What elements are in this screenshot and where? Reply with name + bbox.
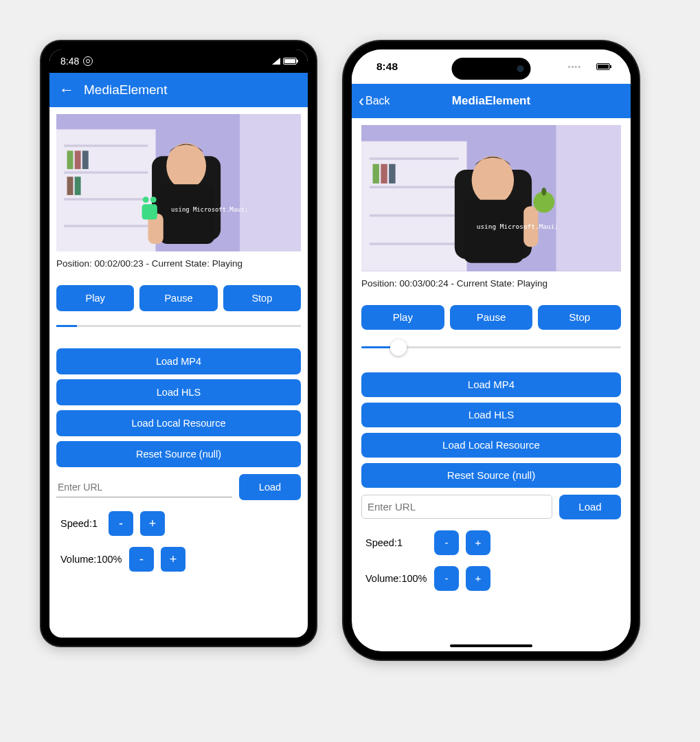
- page-title: MediaElement: [84, 82, 167, 98]
- signal-icon: [272, 58, 280, 65]
- video-player[interactable]: using Microsoft.Maui;: [361, 125, 621, 271]
- dynamic-island: [452, 58, 531, 80]
- stop-button[interactable]: Stop: [223, 285, 301, 311]
- stop-button[interactable]: Stop: [538, 305, 621, 330]
- svg-rect-22: [370, 157, 459, 160]
- speed-minus-button[interactable]: -: [109, 511, 133, 536]
- svg-rect-14: [159, 184, 214, 244]
- svg-rect-28: [389, 164, 395, 183]
- reset-source-button[interactable]: Reset Source (null): [361, 463, 621, 488]
- speed-control: Speed:1 - +: [361, 530, 621, 555]
- svg-rect-21: [556, 125, 622, 271]
- volume-control: Volume:100% - +: [56, 547, 301, 572]
- svg-point-17: [143, 196, 149, 203]
- load-hls-button[interactable]: Load HLS: [361, 403, 621, 427]
- ios-device: 8:48 •••• ‹ Back MediaElement: [343, 41, 639, 660]
- volume-minus-button[interactable]: -: [129, 547, 154, 572]
- reset-source-button[interactable]: Reset Source (null): [56, 441, 301, 467]
- svg-rect-4: [64, 171, 148, 173]
- play-button[interactable]: Play: [56, 285, 134, 311]
- back-button[interactable]: ‹ Back: [359, 93, 390, 109]
- svg-rect-24: [370, 214, 459, 217]
- app-bar: ‹ Back MediaElement: [352, 84, 631, 118]
- svg-point-30: [472, 156, 514, 205]
- load-hls-button[interactable]: Load HLS: [56, 379, 301, 405]
- svg-rect-7: [67, 150, 74, 169]
- volume-plus-button[interactable]: +: [466, 566, 490, 591]
- camera-punch-hole: [174, 56, 183, 66]
- load-local-button[interactable]: Load Local Resource: [56, 410, 301, 436]
- svg-point-34: [541, 188, 546, 196]
- volume-minus-button[interactable]: -: [434, 566, 459, 591]
- svg-rect-23: [370, 186, 459, 189]
- cellular-dots-icon: ••••: [568, 63, 581, 71]
- shirt-text: using Microsoft.Maui;: [477, 223, 558, 230]
- position-slider[interactable]: [361, 338, 621, 357]
- play-button[interactable]: Play: [361, 305, 444, 330]
- battery-icon: [283, 58, 297, 65]
- volume-control: Volume:100% - +: [361, 566, 621, 591]
- shirt-text: using Microsoft.Maui;: [171, 206, 248, 213]
- svg-rect-5: [64, 198, 148, 200]
- battery-icon: [596, 63, 610, 70]
- wifi-icon: [260, 58, 269, 65]
- pause-button[interactable]: Pause: [139, 285, 217, 311]
- svg-point-13: [166, 143, 206, 189]
- svg-rect-31: [464, 200, 523, 263]
- home-indicator: [134, 631, 223, 634]
- playback-status: Position: 00:02/00:23 - Current State: P…: [56, 257, 301, 270]
- speed-minus-button[interactable]: -: [434, 530, 459, 555]
- load-mp4-button[interactable]: Load MP4: [361, 372, 621, 397]
- back-arrow-icon[interactable]: ←: [59, 81, 74, 99]
- android-device: 8:48 ← MediaElement: [41, 41, 316, 646]
- load-mp4-button[interactable]: Load MP4: [56, 348, 301, 374]
- svg-rect-25: [370, 243, 459, 245]
- playback-status: Position: 00:03/00:24 - Current State: P…: [361, 277, 621, 290]
- page-title: MediaElement: [452, 94, 530, 108]
- gear-icon: [83, 56, 93, 66]
- speed-plus-button[interactable]: +: [140, 511, 165, 536]
- svg-rect-2: [240, 114, 301, 251]
- svg-rect-8: [75, 150, 81, 169]
- svg-rect-16: [142, 204, 157, 219]
- svg-rect-3: [64, 145, 148, 147]
- status-time: 8:48: [376, 60, 398, 73]
- svg-rect-27: [381, 164, 387, 183]
- home-indicator: [450, 644, 532, 647]
- load-url-button[interactable]: Load: [559, 495, 621, 519]
- app-bar: ← MediaElement: [49, 73, 308, 107]
- svg-rect-20: [361, 142, 467, 271]
- volume-plus-button[interactable]: +: [161, 547, 185, 572]
- svg-point-18: [150, 196, 157, 203]
- svg-rect-11: [75, 177, 81, 195]
- speed-control: Speed:1 - +: [56, 511, 301, 536]
- pause-button[interactable]: Pause: [450, 305, 533, 330]
- url-input[interactable]: [361, 495, 552, 519]
- chevron-left-icon: ‹: [359, 93, 364, 109]
- svg-rect-6: [64, 225, 148, 227]
- url-input[interactable]: [56, 477, 232, 497]
- svg-rect-10: [67, 177, 74, 195]
- wifi-icon: [584, 63, 594, 70]
- load-url-button[interactable]: Load: [239, 474, 301, 500]
- svg-rect-26: [373, 164, 379, 183]
- video-player[interactable]: using Microsoft.Maui;: [56, 114, 301, 251]
- status-time: 8:48: [60, 56, 79, 67]
- svg-rect-9: [82, 150, 89, 169]
- speed-plus-button[interactable]: +: [466, 530, 490, 555]
- load-local-button[interactable]: Load Local Resource: [361, 433, 621, 458]
- position-slider[interactable]: [56, 321, 301, 330]
